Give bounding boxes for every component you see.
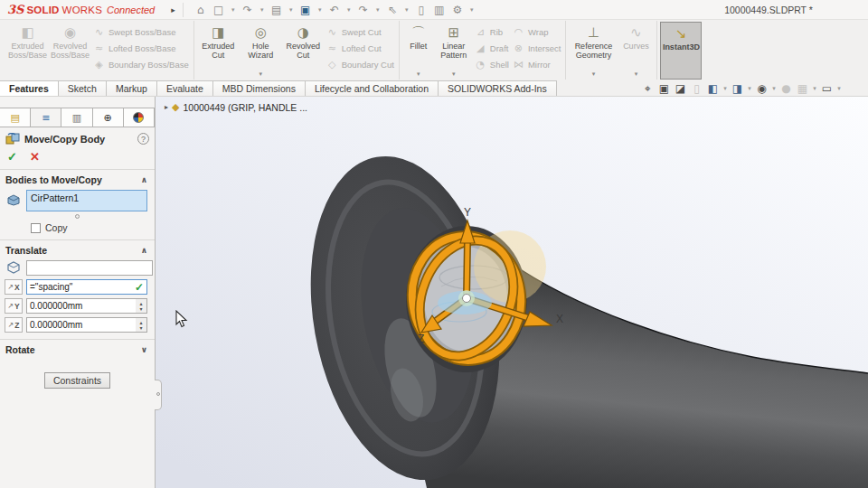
tab-features[interactable]: Features [0,80,59,96]
delta-z-spinner[interactable]: ▴▾ [136,317,147,333]
select-cursor-icon[interactable]: ⇖ [384,4,401,16]
direction-reference-field[interactable] [26,260,153,276]
undo-caret[interactable]: ▾ [344,6,354,14]
edit-appearance-icon[interactable]: ● [778,82,794,95]
revolved-cut-button[interactable]: ◑ Revolved Cut [282,22,325,80]
home-icon[interactable]: ⌂ [193,4,209,16]
reference-geometry-button[interactable]: ⊥ Reference Geometry ▾ [569,22,618,80]
mirror-button[interactable]: ⋈ Mirror [513,59,561,70]
boundary-cut-button[interactable]: ◇ Boundary Cut [326,59,394,70]
bodies-collapse-chevron[interactable]: ∧ [141,175,147,184]
save-caret[interactable]: ▾ [287,6,296,14]
curves-caret[interactable]: ▾ [635,70,638,78]
translate-section-header[interactable]: Translate ∧ [0,240,155,258]
tab-featuremanager-tree[interactable]: ▤ [0,108,31,127]
tab-propertymanager[interactable]: ≡ [30,108,61,127]
boundary-boss-base-button[interactable]: ◈ Boundary Boss/Base [93,59,189,70]
panel-splitter-handle[interactable] [155,380,162,410]
lofted-boss-base-button[interactable]: ≈ Lofted Boss/Base [93,42,189,54]
tab-configurationmanager[interactable]: ▥ [61,108,92,127]
view-settings-caret[interactable]: ▾ [835,85,843,92]
instant3d-button[interactable]: ↘ Instant3D [660,22,702,80]
delta-y-spinner[interactable]: ▴▾ [136,298,147,314]
redo-caret[interactable]: ▾ [373,6,382,14]
copy-checkbox-row[interactable]: Copy [0,219,155,235]
view-settings-icon[interactable]: ▭ [819,82,835,95]
print-caret[interactable]: ▾ [316,6,325,14]
print-icon[interactable]: ▣ [297,4,314,16]
menu-flyout-arrow[interactable]: ▸ [171,5,175,14]
curves-button[interactable]: ∿ Curves ▾ [618,22,654,80]
bodies-selection-list[interactable]: CirPattern1 [26,190,147,211]
tab-markup[interactable]: Markup [106,80,157,96]
help-icon[interactable]: ? [137,133,149,145]
linear-pattern-button[interactable]: ⊞ Linear Pattern ▾ [435,22,473,80]
new-document-icon[interactable]: □ [211,4,227,16]
lofted-cut-button[interactable]: ≈ Lofted Cut [326,42,394,54]
delta-z-field[interactable]: 0.000000mm [26,317,136,333]
previous-view-icon[interactable]: ▯ [689,82,704,95]
save-icon[interactable]: ▤ [269,4,285,16]
delta-y-value[interactable]: 0.000000mm [30,301,133,311]
delta-x-value[interactable]: ="spacing" [30,282,135,292]
tab-dimxpertmanager[interactable]: ⊕ [92,108,124,127]
tree-expand-arrow[interactable]: ▸ [165,103,168,111]
options-list-icon[interactable]: ▥ [431,4,448,16]
tab-solidworks-addins[interactable]: SOLIDWORKS Add-Ins [438,80,557,96]
intersect-button[interactable]: ⊗ Intersect [513,42,561,54]
tab-displaymanager[interactable] [123,108,155,127]
swept-boss-base-button[interactable]: ∿ Swept Boss/Base [93,26,189,38]
shell-button[interactable]: ◔ Shell [475,59,509,70]
copy-checkbox[interactable] [31,223,41,233]
apply-scene-caret[interactable]: ▾ [811,85,818,92]
section-view-icon[interactable]: ◪ [673,82,688,95]
open-icon[interactable]: ↷ [240,4,256,16]
hide-show-items-caret[interactable]: ▾ [770,85,778,92]
tab-sketch[interactable]: Sketch [58,80,107,96]
swept-cut-button[interactable]: ∿ Swept Cut [326,26,394,38]
bodies-section-header[interactable]: Bodies to Move/Copy ∧ [0,170,155,188]
rib-button[interactable]: ⊿ Rib [475,26,509,38]
delta-z-value[interactable]: 0.000000mm [30,320,133,330]
cancel-button[interactable]: ✕ [30,150,40,164]
gear-caret[interactable]: ▾ [467,6,476,14]
extruded-cut-button[interactable]: ◨ Extruded Cut [197,22,240,80]
constraints-button[interactable]: Constraints [44,372,110,389]
rotate-section-header[interactable]: Rotate ∨ [0,340,155,358]
display-style-icon[interactable]: ◨ [730,82,745,95]
extruded-boss-base-button[interactable]: ◧ Extruded Boss/Base [6,22,49,80]
new-document-caret[interactable]: ▾ [229,6,238,14]
hole-wizard-button[interactable]: ◎ Hole Wizard ▾ [240,22,282,80]
hole-wizard-caret[interactable]: ▾ [259,70,262,78]
undo-icon[interactable]: ↶ [326,4,343,16]
part-tree-label[interactable]: 10000449 (GRIP, HANDLE ... [183,102,307,113]
linear-pattern-caret[interactable]: ▾ [452,70,456,78]
tab-evaluate[interactable]: Evaluate [156,80,213,96]
wrap-button[interactable]: ◠ Wrap [513,26,561,38]
open-caret[interactable]: ▾ [258,6,267,14]
apply-scene-icon[interactable]: ▦ [795,82,810,95]
delta-y-field[interactable]: 0.000000mm [26,298,136,314]
hide-show-items-icon[interactable]: ◉ [754,82,769,95]
gear-icon[interactable]: ⚙ [449,4,466,16]
tab-lifecycle-collaboration[interactable]: Lifecycle and Collaboration [305,80,439,96]
redo-icon[interactable]: ↷ [355,4,372,16]
magnet-icon[interactable]: ▯ [413,4,429,16]
zoom-to-area-icon[interactable]: ▣ [656,82,672,95]
tab-mbd-dimensions[interactable]: MBD Dimensions [212,80,306,96]
selected-body-item[interactable]: CirPattern1 [31,192,79,203]
fillet-button[interactable]: ⌒ Fillet ▾ [402,22,435,80]
view-orientation-icon[interactable]: ◧ [705,82,721,95]
graphics-viewport[interactable]: Y X Z ▸ ◆ 10000449 (GRIP, HANDLE ... [156,97,868,488]
fillet-caret[interactable]: ▾ [417,70,420,78]
select-caret[interactable]: ▾ [402,6,411,14]
display-style-caret[interactable]: ▾ [746,85,753,92]
view-orientation-caret[interactable]: ▾ [722,85,729,92]
draft-button[interactable]: ◢ Draft [475,42,509,54]
reference-geometry-caret[interactable]: ▾ [592,70,596,78]
ok-button[interactable]: ✓ [7,150,17,164]
zoom-to-fit-icon[interactable]: ⌖ [640,82,656,95]
delta-x-field[interactable]: ="spacing" ✓ [26,279,147,295]
translate-collapse-chevron[interactable]: ∧ [141,246,147,255]
rotate-expand-chevron[interactable]: ∨ [141,345,147,354]
